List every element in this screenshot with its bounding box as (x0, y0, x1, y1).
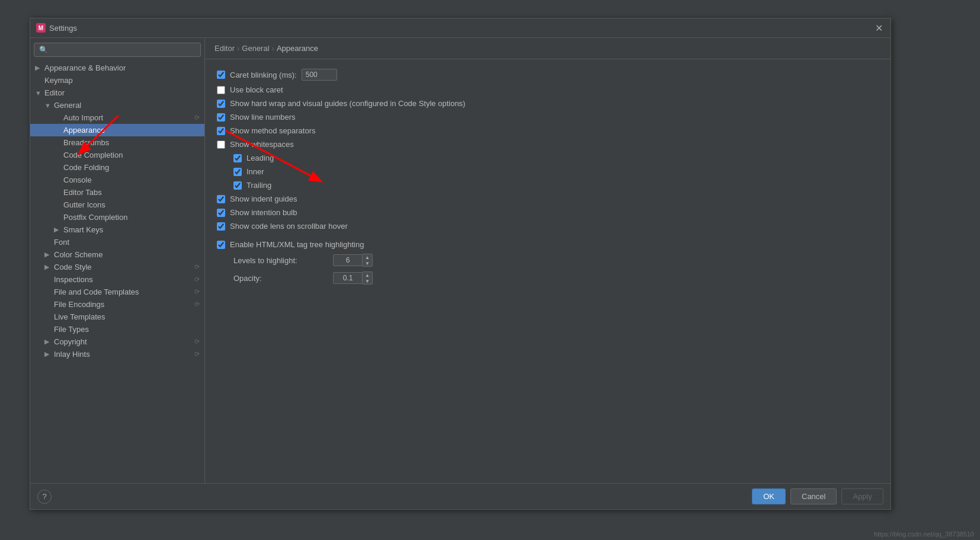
breadcrumb-current: Appearance (277, 44, 318, 53)
enable-html-checkbox[interactable] (217, 241, 225, 249)
use-block-caret-checkbox[interactable] (217, 86, 225, 94)
breadcrumb-general: General (242, 44, 269, 53)
sidebar-item-file-types[interactable]: File Types (30, 323, 204, 335)
sidebar-item-auto-import[interactable]: Auto Import ⟳ (30, 111, 204, 124)
watermark: https://blog.csdn.net/qq_38738510 (874, 531, 974, 538)
levels-label: Levels to highlight: (233, 256, 328, 265)
leading-row: Leading (217, 154, 879, 162)
sidebar-item-font[interactable]: Font (30, 236, 204, 248)
sidebar-item-keymap[interactable]: Keymap (30, 74, 204, 87)
show-whitespaces-checkbox[interactable] (217, 140, 225, 149)
cancel-button[interactable]: Cancel (790, 488, 837, 504)
leading-checkbox[interactable] (233, 154, 242, 162)
sidebar-item-file-code-templates[interactable]: File and Code Templates ⟳ (30, 286, 204, 298)
footer-right: OK Cancel Apply (752, 488, 883, 504)
breadcrumb-sep1: › (237, 44, 239, 53)
sidebar-label: Editor Tabs (63, 188, 102, 197)
show-hard-wrap-row: Show hard wrap and visual guides (config… (217, 99, 879, 108)
sidebar-label: File Types (54, 325, 89, 334)
sidebar-item-postfix-completion[interactable]: Postfix Completion (30, 211, 204, 223)
sidebar-item-general[interactable]: ▼ General (30, 99, 204, 111)
footer-left: ? (37, 490, 52, 504)
levels-decrement-button[interactable]: ▼ (363, 260, 372, 266)
enable-html-row: Enable HTML/XML tag tree highlighting (217, 240, 879, 249)
show-code-lens-label: Show code lens on scrollbar hover (230, 222, 348, 231)
expand-arrow: ▼ (35, 90, 42, 97)
sidebar-label: Console (63, 175, 92, 184)
caret-blinking-input[interactable] (302, 69, 337, 81)
show-hard-wrap-checkbox[interactable] (217, 100, 225, 108)
opacity-decrement-button[interactable]: ▼ (363, 278, 372, 284)
close-button[interactable]: ✕ (873, 22, 885, 34)
sidebar-item-gutter-icons[interactable]: Gutter Icons (30, 199, 204, 211)
reset-icon: ⟳ (194, 350, 200, 358)
sidebar-item-inlay-hints[interactable]: ▶ Inlay Hints ⟳ (30, 348, 204, 360)
sidebar-label: File and Code Templates (54, 287, 139, 296)
reset-icon: ⟳ (194, 338, 200, 346)
show-indent-guides-row: Show indent guides (217, 194, 879, 203)
reset-icon: ⟳ (194, 114, 200, 122)
expand-arrow: ▶ (44, 263, 52, 271)
show-whitespaces-row: Show whitespaces (217, 140, 879, 149)
inner-checkbox[interactable] (233, 168, 242, 176)
show-whitespaces-label: Show whitespaces (230, 140, 294, 149)
sidebar-item-editor-tabs[interactable]: Editor Tabs (30, 186, 204, 199)
sidebar-item-code-folding[interactable]: Code Folding (30, 161, 204, 174)
spinner-buttons: ▲ ▼ (363, 271, 373, 285)
show-code-lens-checkbox[interactable] (217, 222, 225, 231)
sidebar-item-live-templates[interactable]: Live Templates (30, 311, 204, 323)
search-input[interactable] (34, 43, 201, 57)
sidebar-item-copyright[interactable]: ▶ Copyright ⟳ (30, 335, 204, 348)
show-code-lens-row: Show code lens on scrollbar hover (217, 222, 879, 231)
caret-blinking-checkbox[interactable] (217, 71, 225, 79)
breadcrumb-sep2: › (272, 44, 274, 53)
sidebar-label: Copyright (54, 337, 87, 346)
expand-arrow: ▶ (54, 226, 61, 234)
sidebar-label: Auto Import (63, 113, 103, 122)
inner-row: Inner (217, 167, 879, 176)
sidebar-item-file-encodings[interactable]: File Encodings ⟳ (30, 298, 204, 311)
dialog-body: ▶ Appearance & Behavior Keymap ▼ Editor … (30, 38, 891, 483)
show-line-numbers-checkbox[interactable] (217, 113, 225, 122)
caret-blinking-row: Caret blinking (ms): (217, 69, 879, 81)
sidebar-item-code-completion[interactable]: Code Completion (30, 149, 204, 161)
help-button[interactable]: ? (37, 490, 52, 504)
sidebar-label: Live Templates (54, 312, 105, 321)
app-icon: M (36, 23, 46, 33)
apply-button[interactable]: Apply (841, 488, 883, 504)
sidebar-item-color-scheme[interactable]: ▶ Color Scheme (30, 248, 204, 261)
opacity-label: Opacity: (233, 274, 328, 283)
spinner-buttons: ▲ ▼ (363, 254, 373, 267)
opacity-input[interactable] (333, 272, 363, 284)
show-method-separators-checkbox[interactable] (217, 127, 225, 135)
levels-increment-button[interactable]: ▲ (363, 254, 372, 260)
show-indent-guides-label: Show indent guides (230, 194, 297, 203)
show-intention-bulb-row: Show intention bulb (217, 208, 879, 217)
expand-arrow: ▶ (44, 251, 52, 258)
sidebar-item-editor[interactable]: ▼ Editor (30, 87, 204, 99)
opacity-increment-button[interactable]: ▲ (363, 272, 372, 278)
sidebar-item-breadcrumbs[interactable]: Breadcrumbs (30, 136, 204, 149)
trailing-checkbox[interactable] (233, 181, 242, 190)
sidebar-item-appearance-behavior[interactable]: ▶ Appearance & Behavior (30, 62, 204, 74)
sidebar-item-console[interactable]: Console (30, 174, 204, 186)
show-intention-bulb-checkbox[interactable] (217, 209, 225, 217)
show-line-numbers-row: Show line numbers (217, 113, 879, 122)
sidebar-label: Code Style (54, 263, 92, 271)
levels-input[interactable] (333, 254, 363, 266)
sidebar-label: Breadcrumbs (63, 138, 109, 147)
sidebar-label: Appearance & Behavior (44, 63, 126, 72)
sidebar-item-smart-keys[interactable]: ▶ Smart Keys (30, 223, 204, 236)
sidebar-item-code-style[interactable]: ▶ Code Style ⟳ (30, 261, 204, 273)
sidebar-item-appearance[interactable]: Appearance (30, 124, 204, 136)
levels-spinner: ▲ ▼ (333, 254, 373, 267)
enable-html-label: Enable HTML/XML tag tree highlighting (230, 240, 364, 249)
leading-label: Leading (246, 154, 274, 162)
sidebar-label: File Encodings (54, 300, 104, 309)
ok-button[interactable]: OK (752, 488, 786, 504)
opacity-row: Opacity: ▲ ▼ (217, 271, 879, 285)
sidebar-item-inspections[interactable]: Inspections ⟳ (30, 273, 204, 286)
reset-icon: ⟳ (194, 288, 200, 296)
opacity-spinner: ▲ ▼ (333, 271, 373, 285)
show-indent-guides-checkbox[interactable] (217, 195, 225, 203)
